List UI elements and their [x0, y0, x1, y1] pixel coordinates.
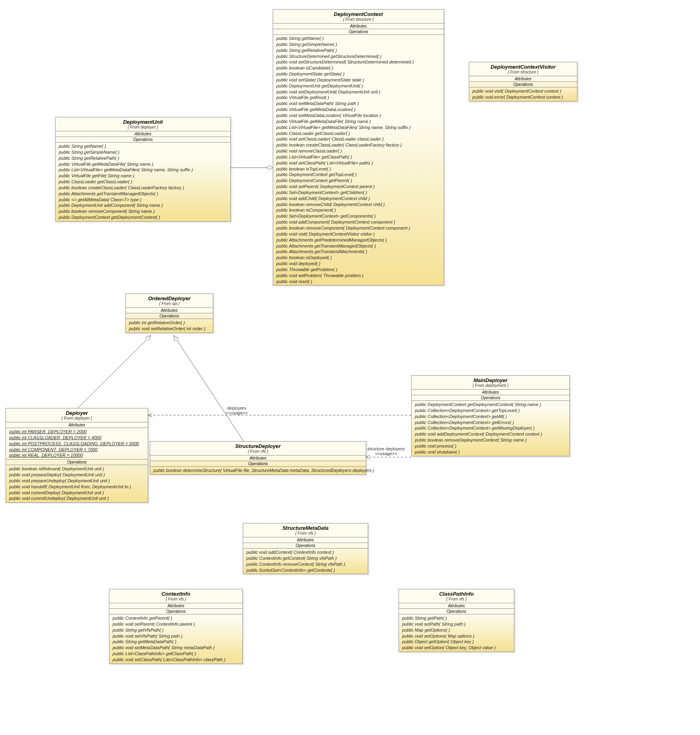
- operations-section: public String getName( )public String ge…: [56, 143, 230, 221]
- operation: public Throwable getProblem( ): [276, 267, 440, 273]
- operation: public void shutdown( ): [415, 449, 566, 455]
- class-name: StructureDeployer: [153, 443, 363, 449]
- operation: public Set<DeploymentContext> getChildre…: [276, 190, 440, 196]
- class-from: { From vfs }: [112, 597, 240, 601]
- class-DeploymentContext: DeploymentContext{ From structure }Attri…: [273, 9, 444, 285]
- class-header: DeploymentContext{ From structure }: [273, 10, 444, 24]
- operation: public void setDeploymentUnit( Deploymen…: [276, 89, 440, 95]
- operation: public VirtualFile getMetaDataFile( Stri…: [276, 119, 440, 125]
- operation: public void visit( DeploymentContext con…: [472, 88, 574, 94]
- operation: public List<ClassPathInfo> getClassPath(…: [113, 651, 239, 657]
- operation: public VirtualFile getFile( String name …: [59, 173, 227, 179]
- operations-section: public String getName( )public String ge…: [273, 35, 444, 285]
- operation: public void setMetaDataLocation( Virtual…: [276, 113, 440, 119]
- attributes-label: Attributes: [150, 456, 366, 461]
- class-header: StructureDeployer{ From vfs }: [150, 442, 366, 456]
- attributes-label: Attributes: [6, 422, 148, 428]
- class-from: { From structure }: [276, 17, 441, 22]
- operation: public DeploymentContext getDeploymentCo…: [415, 402, 566, 408]
- operation: public Collection<DeploymentContext> get…: [415, 414, 566, 420]
- operation: public boolean removeDeploymentContext( …: [415, 437, 566, 443]
- operation: public DeploymentContext getDeploymentCo…: [59, 214, 227, 220]
- class-from: { From deployment }: [414, 383, 567, 388]
- class-OrderedDeployer: OrderedDeployer{ From spi }AttributesOpe…: [125, 293, 213, 333]
- operation: public Collection<DeploymentContext> get…: [415, 420, 566, 426]
- class-header: DeploymentUnit{ From deployer }: [56, 117, 230, 131]
- operation: public void setParent( ContextInfo paren…: [113, 621, 239, 627]
- operation: public boolean createClassLoader( ClassL…: [59, 185, 227, 191]
- class-name: DeploymentContext: [276, 11, 441, 17]
- operation: public String getVfsPath( ): [113, 627, 239, 633]
- class-from: { From structure }: [472, 70, 575, 74]
- operation: public void setMetaDataPath( String meta…: [113, 645, 239, 651]
- svg-line-1: [174, 335, 244, 441]
- operation: public ClassLoader getClassLoader( ): [59, 179, 227, 185]
- operation: public DeploymentState getState( ): [276, 71, 440, 77]
- operation: public boolean isTopLevel( ): [276, 166, 440, 172]
- operations-label: Operations: [6, 460, 148, 465]
- class-header: OrderedDeployer{ From spi }: [126, 294, 213, 308]
- operation: public void handoff( DeploymentUnit from…: [9, 484, 145, 490]
- operation: public boolean removeChild( DeploymentCo…: [276, 202, 440, 208]
- operation: public void setClassLoader( ClassLoader …: [276, 136, 440, 142]
- operation: public boolean isCandidate( ): [276, 65, 440, 71]
- operation: public void process( ): [415, 443, 566, 449]
- attribute: public int CLASSLOADER_DEPLOYER = 4000: [9, 435, 145, 441]
- operation: public StructureDetermined getStructureD…: [276, 53, 440, 59]
- operation: public DeploymentUnit addComponent( Stri…: [59, 202, 227, 208]
- attributes-label: Attributes: [399, 603, 514, 609]
- operation: public List<VirtualFile> getMetaDataFile…: [59, 167, 227, 173]
- operation: public void prepareDeploy( DeploymentUni…: [9, 472, 145, 478]
- operation: public Attachments getTransientAttachmen…: [276, 249, 440, 255]
- class-from: { From vfs }: [246, 531, 365, 535]
- operation: public List<VirtualFile> getMetaDataFile…: [276, 125, 440, 131]
- operation: public Collection<DeploymentContext> get…: [415, 408, 566, 414]
- class-name: DeploymentContextVisitor: [472, 64, 575, 70]
- operation: public DeploymentContext getParent( ): [276, 178, 440, 184]
- operations-section: public void addContext( ContextInfo cont…: [243, 549, 368, 574]
- class-ClassPathInfo: ClassPathInfo{ From vfs }AttributesOpera…: [399, 589, 514, 652]
- operation: public VirtualFile getRoot( ): [276, 95, 440, 101]
- operation: public ClassLoader getClassLoader( ): [276, 131, 440, 137]
- attributes-section: public int PARSER_DEPLOYER = 2000public …: [6, 428, 148, 460]
- operation: public ContextInfo removeContext( String…: [246, 561, 365, 567]
- class-from: { From deployer }: [58, 125, 228, 129]
- attribute: public int COMPONENT_DEPLOYER = 7000: [9, 447, 145, 453]
- operation: public int getRelativeOrder( ): [129, 320, 210, 326]
- attributes-label: Attributes: [273, 24, 444, 29]
- operation: public void setVfsPath( String path ): [113, 633, 239, 639]
- operations-label: Operations: [399, 609, 514, 614]
- attributes-label: Attributes: [469, 76, 577, 82]
- class-DeploymentContextVisitor: DeploymentContextVisitor{ From structure…: [469, 62, 577, 101]
- operations-label: Operations: [412, 395, 569, 401]
- operations-label: Operations: [469, 82, 577, 87]
- class-header: Deployer{ From deployer }: [6, 408, 148, 422]
- operations-section: public String getPath( )public void setP…: [399, 614, 514, 652]
- class-header: DeploymentContextVisitor{ From structure…: [469, 62, 577, 76]
- edge-label-structure-deployers: structure deployers <<usage>>: [367, 446, 405, 456]
- operation: public String getPath( ): [402, 615, 511, 621]
- operation: public boolean isRelevant( DeploymentUni…: [9, 466, 145, 472]
- operation: public String getSimpleName( ): [59, 149, 227, 155]
- operation: public ContextInfo getParent( ): [113, 615, 239, 621]
- operation: public boolean removeComponent( String n…: [59, 208, 227, 214]
- class-MainDeployer: MainDeployer{ From deployment }Attribute…: [411, 375, 570, 456]
- class-StructureDeployer: StructureDeployer{ From vfs }AttributesO…: [150, 441, 366, 475]
- operation: public Map getOptions( ): [402, 627, 511, 633]
- attributes-label: Attributes: [109, 603, 242, 609]
- operations-label: Operations: [150, 461, 366, 467]
- class-name: OrderedDeployer: [128, 295, 210, 301]
- operation: public Object getOption( Object key ): [402, 639, 511, 645]
- attributes-label: Attributes: [412, 390, 569, 395]
- operation: public Collection<DeploymentContext> get…: [415, 425, 566, 431]
- operation: public void setParent( DeploymentContext…: [276, 184, 440, 190]
- operation: public boolean removeComponent( Deployme…: [276, 225, 440, 231]
- attribute: public int POSTPROCESS_CLASSLOADING_DEPL…: [9, 441, 145, 447]
- class-from: { From vfs }: [153, 449, 363, 454]
- operations-label: Operations: [56, 137, 230, 143]
- operations-label: Operations: [243, 543, 368, 549]
- operations-label: Operations: [126, 313, 213, 319]
- operation: public VirtualFile getMetaDataLocation( …: [276, 107, 440, 113]
- operations-section: public DeploymentContext getDeploymentCo…: [412, 401, 569, 456]
- class-name: StructureMetaData: [246, 525, 365, 531]
